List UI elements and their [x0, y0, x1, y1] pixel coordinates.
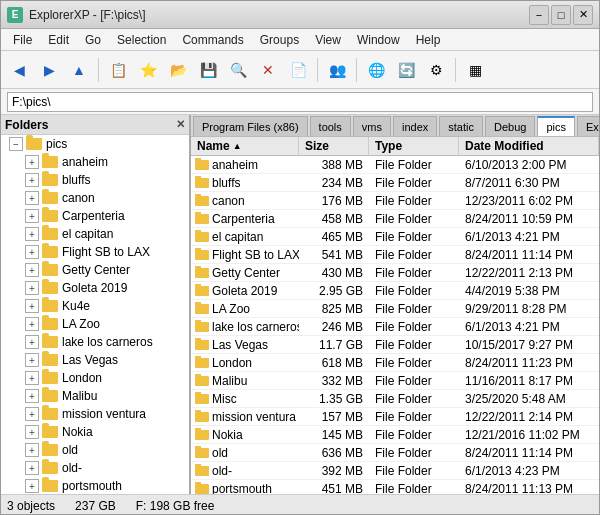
table-row[interactable]: old636 MBFile Folder8/24/2011 11:14 PM [191, 444, 599, 462]
tree-item[interactable]: +Nokia [1, 423, 189, 441]
tree-item[interactable]: +mission ventura [1, 405, 189, 423]
search-button[interactable]: 🔍 [224, 56, 252, 84]
tree-expand-icon[interactable]: − [9, 137, 23, 151]
tree-item[interactable]: +Getty Center [1, 261, 189, 279]
close-button[interactable]: ✕ [573, 5, 593, 25]
network-button[interactable]: 🌐 [362, 56, 390, 84]
tree-expand-icon[interactable]: + [25, 191, 39, 205]
file-tab[interactable]: pics [537, 116, 575, 136]
table-row[interactable]: lake los carneros246 MBFile Folder6/1/20… [191, 318, 599, 336]
table-row[interactable]: el capitan465 MBFile Folder6/1/2013 4:21… [191, 228, 599, 246]
tree-item[interactable]: +Malibu [1, 387, 189, 405]
tree-item[interactable]: +London [1, 369, 189, 387]
tree-item[interactable]: +Goleta 2019 [1, 279, 189, 297]
menu-item-edit[interactable]: Edit [40, 31, 77, 49]
table-row[interactable]: Flight SB to LAX541 MBFile Folder8/24/20… [191, 246, 599, 264]
tree-item[interactable]: +Carpenteria [1, 207, 189, 225]
column-header-type[interactable]: Type [369, 137, 459, 155]
tree-expand-icon[interactable]: + [25, 425, 39, 439]
tree-expand-icon[interactable]: + [25, 227, 39, 241]
file-tab[interactable]: static [439, 116, 483, 136]
file-tab[interactable]: Program Files (x86) [193, 116, 308, 136]
tree-expand-icon[interactable]: + [25, 461, 39, 475]
file-tab[interactable]: Explore... [577, 116, 599, 136]
tree-expand-icon[interactable]: + [25, 173, 39, 187]
maximize-button[interactable]: □ [551, 5, 571, 25]
tree-expand-icon[interactable]: + [25, 263, 39, 277]
table-row[interactable]: Nokia145 MBFile Folder12/21/2016 11:02 P… [191, 426, 599, 444]
table-row[interactable]: Las Vegas11.7 GBFile Folder10/15/2017 9:… [191, 336, 599, 354]
table-row[interactable]: anaheim388 MBFile Folder6/10/2013 2:00 P… [191, 156, 599, 174]
tree-expand-icon[interactable]: + [25, 353, 39, 367]
table-row[interactable]: bluffs234 MBFile Folder8/7/2011 6:30 PM [191, 174, 599, 192]
tree-item[interactable]: +Las Vegas [1, 351, 189, 369]
menu-item-commands[interactable]: Commands [174, 31, 251, 49]
tree-item[interactable]: +lake los carneros [1, 333, 189, 351]
tree-expand-icon[interactable]: + [25, 317, 39, 331]
open-button[interactable]: 📂 [164, 56, 192, 84]
tree-item[interactable]: +Flight SB to LAX [1, 243, 189, 261]
table-row[interactable]: Goleta 20192.95 GBFile Folder4/4/2019 5:… [191, 282, 599, 300]
tree-expand-icon[interactable]: + [25, 245, 39, 259]
back-button[interactable]: ◀ [5, 56, 33, 84]
tree-item[interactable]: +el capitan [1, 225, 189, 243]
table-row[interactable]: old-392 MBFile Folder6/1/2013 4:23 PM [191, 462, 599, 480]
file-tab[interactable]: vms [353, 116, 391, 136]
save-button[interactable]: 💾 [194, 56, 222, 84]
menu-item-groups[interactable]: Groups [252, 31, 307, 49]
table-row[interactable]: Misc1.35 GBFile Folder3/25/2020 5:48 AM [191, 390, 599, 408]
tree-expand-icon[interactable]: + [25, 299, 39, 313]
file-tab[interactable]: index [393, 116, 437, 136]
tree-expand-icon[interactable]: + [25, 443, 39, 457]
up-button[interactable]: ▲ [65, 56, 93, 84]
delete-button[interactable]: ✕ [254, 56, 282, 84]
tree-item[interactable]: +canon [1, 189, 189, 207]
minimize-button[interactable]: − [529, 5, 549, 25]
tree-item[interactable]: +Ku4e [1, 297, 189, 315]
tree-expand-icon[interactable]: + [25, 407, 39, 421]
table-row[interactable]: portsmouth451 MBFile Folder8/24/2011 11:… [191, 480, 599, 494]
tree-item[interactable]: −pics [1, 135, 189, 153]
properties-button[interactable]: 📄 [284, 56, 312, 84]
menu-item-selection[interactable]: Selection [109, 31, 174, 49]
tree-item[interactable]: +old [1, 441, 189, 459]
menu-item-view[interactable]: View [307, 31, 349, 49]
column-header-size[interactable]: Size [299, 137, 369, 155]
close-tree-button[interactable]: ✕ [176, 118, 185, 131]
table-row[interactable]: Carpenteria458 MBFile Folder8/24/2011 10… [191, 210, 599, 228]
tree-item[interactable]: +old- [1, 459, 189, 477]
table-row[interactable]: London618 MBFile Folder8/24/2011 11:23 P… [191, 354, 599, 372]
table-row[interactable]: Getty Center430 MBFile Folder12/22/2011 … [191, 264, 599, 282]
tree-expand-icon[interactable]: + [25, 209, 39, 223]
forward-button[interactable]: ▶ [35, 56, 63, 84]
menu-item-window[interactable]: Window [349, 31, 408, 49]
menu-item-help[interactable]: Help [408, 31, 449, 49]
tree-expand-icon[interactable]: + [25, 281, 39, 295]
tree-expand-icon[interactable]: + [25, 389, 39, 403]
menu-item-file[interactable]: File [5, 31, 40, 49]
column-header-date-modified[interactable]: Date Modified [459, 137, 599, 155]
address-input[interactable] [7, 92, 593, 112]
tree-expand-icon[interactable]: + [25, 479, 39, 493]
bookmark-button[interactable]: ⭐ [134, 56, 162, 84]
file-tab[interactable]: tools [310, 116, 351, 136]
users-button[interactable]: 👥 [323, 56, 351, 84]
table-row[interactable]: mission ventura157 MBFile Folder12/22/20… [191, 408, 599, 426]
copy-button[interactable]: 📋 [104, 56, 132, 84]
table-row[interactable]: Malibu332 MBFile Folder11/16/2011 8:17 P… [191, 372, 599, 390]
table-row[interactable]: canon176 MBFile Folder12/23/2011 6:02 PM [191, 192, 599, 210]
tree-item[interactable]: +anaheim [1, 153, 189, 171]
column-header-name[interactable]: Name▲ [191, 137, 299, 155]
tree-item[interactable]: +portsmouth [1, 477, 189, 494]
view-button[interactable]: ▦ [461, 56, 489, 84]
table-row[interactable]: LA Zoo825 MBFile Folder9/29/2011 8:28 PM [191, 300, 599, 318]
tree-expand-icon[interactable]: + [25, 335, 39, 349]
settings-button[interactable]: ⚙ [422, 56, 450, 84]
tree-expand-icon[interactable]: + [25, 155, 39, 169]
tree-item[interactable]: +LA Zoo [1, 315, 189, 333]
tree-item[interactable]: +bluffs [1, 171, 189, 189]
tree-expand-icon[interactable]: + [25, 371, 39, 385]
file-tab[interactable]: Debug [485, 116, 535, 136]
menu-item-go[interactable]: Go [77, 31, 109, 49]
refresh-button[interactable]: 🔄 [392, 56, 420, 84]
